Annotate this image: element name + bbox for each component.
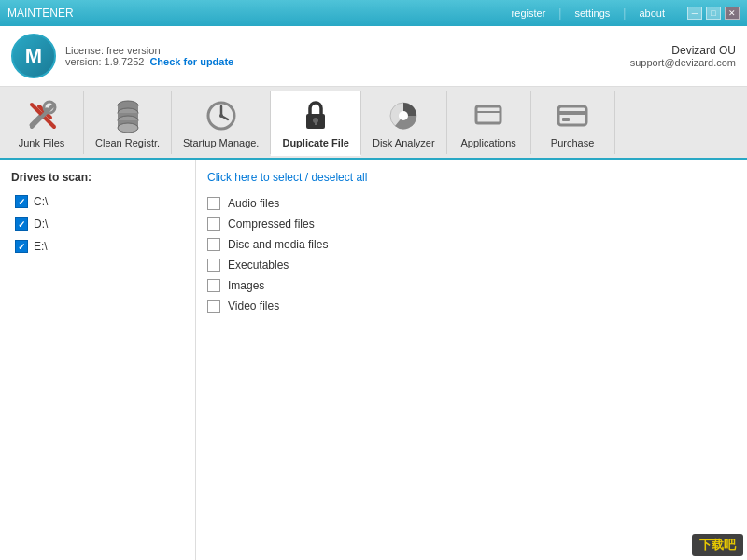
app-info: License: free version version: 1.9.7252 … [65, 45, 233, 67]
title-bar: MAINTENER register | settings | about ─ … [0, 0, 747, 26]
company-info: Devizard OU support@devizard.com [630, 44, 736, 68]
check-update-link[interactable]: Check for update [149, 56, 233, 67]
svg-rect-25 [562, 118, 570, 121]
file-type-video[interactable]: Video files [207, 300, 736, 313]
drive-item-e[interactable]: E:\ [11, 238, 184, 255]
svg-rect-21 [476, 106, 500, 123]
drives-panel: Drives to scan: C:\ D:\ E:\ [0, 160, 196, 560]
audio-label: Audio files [228, 197, 279, 210]
tab-disk-analyzer-label: Disk Analyzer [373, 137, 435, 148]
images-checkbox[interactable] [207, 279, 220, 292]
title-bar-controls: register | settings | about ─ □ ✕ [506, 6, 740, 21]
minimize-button[interactable]: ─ [687, 7, 702, 20]
svg-rect-23 [558, 106, 586, 125]
version-line: version: 1.9.7252 Check for update [65, 56, 233, 67]
file-type-audio[interactable]: Audio files [207, 197, 736, 210]
pie-chart-icon [385, 96, 422, 133]
drives-panel-title: Drives to scan: [11, 171, 184, 184]
menu-settings[interactable]: settings [569, 6, 615, 21]
file-type-disc[interactable]: Disc and media files [207, 238, 736, 251]
window-controls: ─ □ ✕ [687, 7, 740, 20]
executables-label: Executables [228, 259, 289, 272]
tab-purchase[interactable]: Purchase [531, 91, 615, 154]
app-header: M License: free version version: 1.9.725… [0, 26, 747, 87]
clock-icon [203, 96, 240, 133]
wrench-icon [23, 96, 61, 133]
svg-point-15 [219, 114, 223, 118]
app-title: MAINTENER [7, 7, 74, 20]
tab-clean-registry-label: Clean Registr. [95, 137, 160, 148]
purchase-icon [554, 96, 591, 133]
drive-item-c[interactable]: C:\ [11, 193, 184, 210]
drive-c-checkbox[interactable] [15, 195, 28, 208]
drive-d-checkbox[interactable] [15, 217, 28, 231]
compressed-checkbox[interactable] [207, 217, 220, 231]
video-checkbox[interactable] [207, 300, 220, 313]
drive-d-label: D:\ [34, 217, 48, 231]
tab-junk-files[interactable]: Junk Files [0, 91, 84, 154]
version-text: version: 1.9.7252 [65, 56, 144, 67]
license-text: License: free version [65, 45, 233, 56]
logo-area: M License: free version version: 1.9.725… [11, 34, 233, 78]
images-label: Images [228, 279, 264, 292]
select-all-link[interactable]: Click here to select / deselect all [207, 171, 736, 184]
svg-point-11 [118, 123, 138, 133]
drive-item-d[interactable]: D:\ [11, 216, 184, 232]
app-logo: M [11, 34, 56, 78]
file-types-panel: Click here to select / deselect all Audi… [196, 160, 747, 560]
file-type-images[interactable]: Images [207, 279, 736, 292]
menu-register[interactable]: register [506, 6, 552, 21]
tab-duplicate-files-label: Duplicate File [282, 137, 349, 148]
tab-purchase-label: Purchase [551, 137, 594, 148]
database-icon [109, 96, 147, 133]
drive-c-label: C:\ [34, 195, 48, 208]
applications-icon [470, 96, 507, 133]
company-name: Devizard OU [630, 44, 736, 57]
audio-checkbox[interactable] [207, 197, 220, 210]
tab-applications-label: Applications [460, 137, 515, 148]
disc-checkbox[interactable] [207, 238, 220, 251]
menu-about[interactable]: about [633, 6, 670, 21]
compressed-label: Compressed files [228, 217, 315, 231]
support-email: support@devizard.com [630, 57, 736, 68]
tab-startup-manager-label: Startup Manage. [183, 137, 259, 148]
toolbar: Junk Files Clean Registr. S [0, 87, 747, 160]
tab-disk-analyzer[interactable]: Disk Analyzer [361, 91, 447, 154]
executables-checkbox[interactable] [207, 259, 220, 272]
maximize-button[interactable]: □ [706, 7, 721, 20]
watermark: 下载吧 [692, 534, 743, 556]
disc-label: Disc and media files [228, 238, 328, 251]
tab-junk-files-label: Junk Files [19, 137, 65, 148]
file-type-list: Audio files Compressed files Disc and me… [207, 197, 736, 313]
drive-e-label: E:\ [34, 240, 48, 253]
close-button[interactable]: ✕ [725, 7, 740, 20]
file-type-compressed[interactable]: Compressed files [207, 217, 736, 231]
main-content: Drives to scan: C:\ D:\ E:\ Click here t… [0, 160, 747, 560]
svg-point-20 [399, 111, 408, 120]
drive-e-checkbox[interactable] [15, 240, 28, 253]
tab-duplicate-files[interactable]: Duplicate File [271, 91, 361, 156]
tab-clean-registry[interactable]: Clean Registr. [84, 91, 172, 154]
video-label: Video files [228, 300, 279, 313]
svg-rect-18 [315, 120, 317, 125]
tab-startup-manager[interactable]: Startup Manage. [172, 91, 271, 154]
file-type-executables[interactable]: Executables [207, 259, 736, 272]
tab-applications[interactable]: Applications [447, 91, 531, 154]
lock-icon [297, 96, 334, 133]
